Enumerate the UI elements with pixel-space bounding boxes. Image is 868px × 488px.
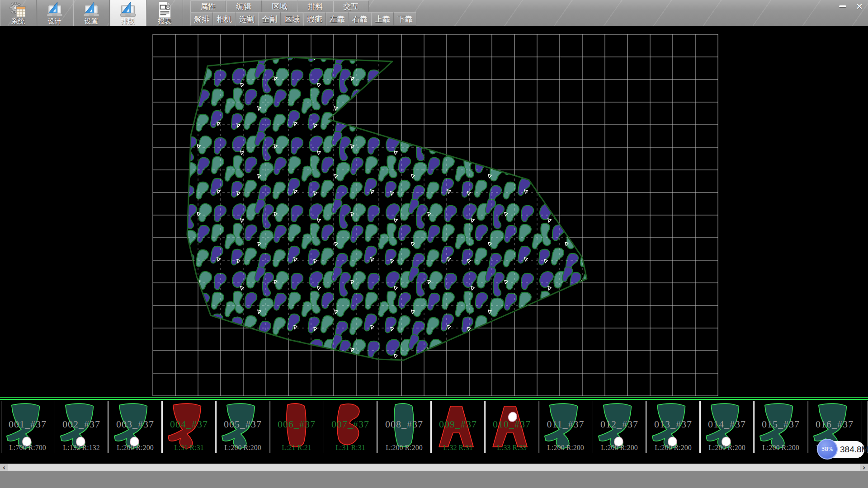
strip-divider-line-bottom [0,399,868,400]
piece-lr-count: L:21 R:21 [270,444,323,452]
bottom-status-bar [0,471,868,488]
piece-id-label: 015_#37 [755,418,807,430]
app-button-1[interactable]: 系统 [0,0,37,26]
piece-thumbnail-15[interactable]: 015_#37L:200 R:200 [754,401,807,453]
layout-icon [119,1,137,19]
app-button-3[interactable]: 设置 [73,0,110,26]
app-button-bar: 系统 设计 设置 排版 报表 [0,0,183,26]
piece-thumbnail-13[interactable]: 013_#37L:200 R:200 [646,401,700,453]
piece-lr-count: L:200 R:200 [539,444,592,452]
piece-lr-count: L:132 R:132 [55,444,108,452]
tool-button-7[interactable]: 左靠 [326,12,349,26]
design-icon [46,1,64,19]
piece-lr-count: L:33 R:33 [486,444,538,452]
piece-thumbnail-12[interactable]: 012_#37L:200 R:200 [593,401,646,453]
piece-id-label: 013_#37 [647,418,699,430]
tool-button-1[interactable]: 聚排 [190,12,213,26]
tool-button-4[interactable]: 全割 [258,12,281,26]
piece-id-label: 007_#37 [324,418,377,430]
tool-button-2[interactable]: 相机 [213,12,236,26]
piece-id-label: 001_#37 [1,418,54,430]
piece-thumbnail-8[interactable]: 008_#37L:200 R:200 [377,401,431,453]
app-window: 系统 设计 设置 排版 报表 属性编辑区域排料交互 聚排相机选割全割区域瑕疵左靠… [0,0,868,488]
piece-thumbnail-11[interactable]: 011_#37L:200 R:200 [539,401,592,453]
piece-thumbnail-4[interactable]: 004_#37L:31 R:31 [162,401,216,453]
piece-lr-count: L:200 R:200 [109,444,161,452]
piece-thumbnail-5[interactable]: 005_#37L:200 R:200 [216,401,269,453]
settings-icon [82,1,100,19]
menu-tab-1[interactable]: 属性 [190,0,226,12]
piece-id-label: 009_#37 [432,418,484,430]
tool-button-bar: 聚排相机选割全割区域瑕疵左靠右靠上靠下靠 [190,12,416,26]
report-icon [156,1,174,19]
system-icon [9,1,27,19]
piece-id-label: 014_#37 [701,418,753,430]
menu-tab-3[interactable]: 区域 [262,0,297,12]
piece-thumbnail-9[interactable]: 009_#37L:32 R:31 [431,401,485,453]
app-button-label: 设置 [73,17,109,26]
tool-button-3[interactable]: 选割 [236,12,258,26]
piece-thumbnail-2[interactable]: 002_#37L:132 R:132 [55,401,108,453]
horizontal-scrollbar[interactable]: ‹ › [0,464,868,471]
piece-lr-count: L:200 R:200 [217,444,269,452]
close-icon: ✕ [856,1,863,11]
piece-thumbnail-3[interactable]: 003_#37L:200 R:200 [108,401,162,453]
titlebar: 系统 设计 设置 排版 报表 属性编辑区域排料交互 聚排相机选割全割区域瑕疵左靠… [0,0,868,27]
piece-id-label: 003_#37 [109,418,161,430]
piece-thumbnail-1[interactable]: 001_#37L:700 R:700 [1,401,54,453]
app-button-label: 设计 [37,17,73,26]
app-button-label: 系统 [0,17,36,26]
piece-id-label: 010_#37 [486,418,538,430]
piece-thumbnail-6[interactable]: 006_#37L:21 R:21 [270,401,323,453]
tool-button-6[interactable]: 瑕疵 [303,12,326,26]
menu-tab-2[interactable]: 编辑 [226,0,262,12]
minimize-icon [839,5,846,7]
memory-label: 384.8M [840,441,868,458]
piece-lr-count: L:31 R:31 [324,444,377,452]
tool-button-8[interactable]: 右靠 [349,12,371,26]
piece-id-label: 008_#37 [378,418,430,430]
progress-percent: 38% [821,446,834,452]
strip-divider-line-top [0,397,868,398]
piece-lr-count: L:200 R:200 [593,444,646,452]
piece-id-label: 002_#37 [55,418,108,430]
close-button[interactable]: ✕ [852,1,867,11]
piece-id-label: 004_#37 [163,418,215,430]
piece-lr-count: L:700 R:700 [1,444,54,452]
scroll-right-arrow[interactable]: › [860,464,868,471]
piece-thumbnail-7[interactable]: 007_#37L:31 R:31 [324,401,377,453]
piece-id-label: 005_#37 [217,418,269,430]
menu-tab-4[interactable]: 排料 [297,0,333,12]
piece-thumbnail-10[interactable]: 010_#37L:33 R:33 [485,401,538,453]
piece-lr-count: L:200 R:200 [647,444,699,452]
progress-indicator: 38% 384.8M [818,441,864,458]
app-button-label: 排版 [110,17,146,26]
app-button-5[interactable]: 报表 [146,0,183,26]
piece-lr-count: L:200 R:200 [378,444,430,452]
piece-lr-count: L:31 R:31 [163,444,215,452]
progress-circle: 38% [817,439,838,460]
menu-tab-5[interactable]: 交互 [333,0,369,12]
scrollbar-thumb[interactable] [8,465,860,470]
tool-button-10[interactable]: 下靠 [394,12,416,26]
piece-id-label: 011_#37 [539,418,592,430]
piece-id-label: 016_#37 [808,418,861,430]
window-controls: ✕ [835,1,867,11]
piece-thumbnail-14[interactable]: 014_#37L:200 R:200 [700,401,754,453]
piece-lr-count: L:200 R:200 [701,444,753,452]
tool-button-9[interactable]: 上靠 [371,12,394,26]
piece-lr-count: L:32 R:31 [432,444,484,452]
app-button-label: 报表 [146,17,183,26]
tool-button-5[interactable]: 区域 [281,12,303,26]
piece-id-label: 012_#37 [593,418,646,430]
app-button-2[interactable]: 设计 [37,0,73,26]
piece-id-label: 006_#37 [270,418,323,430]
nesting-canvas[interactable] [0,26,868,397]
menu-tab-bar: 属性编辑区域排料交互 [190,0,369,12]
app-button-4[interactable]: 排版 [110,0,146,26]
minimize-button[interactable] [835,1,850,11]
scroll-left-arrow[interactable]: ‹ [0,464,8,471]
piece-lr-count: L:200 R:200 [755,444,807,452]
